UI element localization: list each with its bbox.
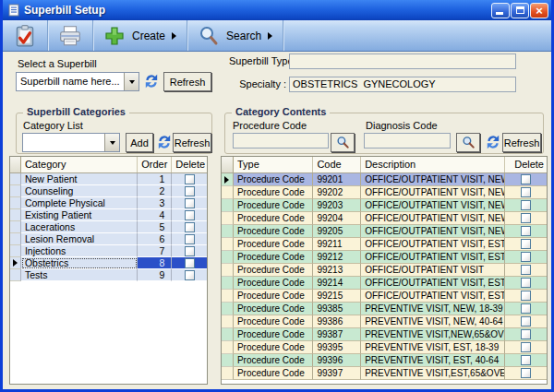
delete-cell[interactable] (172, 209, 207, 221)
delete-checkbox[interactable] (185, 210, 195, 220)
delete-checkbox[interactable] (521, 239, 531, 249)
delete-cell[interactable] (505, 199, 547, 212)
category-cell[interactable]: Tests (21, 269, 138, 281)
code-cell[interactable]: 99387 (313, 328, 361, 341)
titlebar[interactable]: Superbill Setup × (3, 0, 551, 20)
row-header-cell[interactable] (222, 328, 234, 341)
description-cell[interactable]: OFFICE/OUTPATIENT VISIT, NEW (361, 225, 505, 238)
content-row[interactable]: Procedure Code99203OFFICE/OUTPATIENT VIS… (222, 199, 547, 212)
code-cell[interactable]: 99396 (313, 354, 361, 367)
description-cell[interactable]: OFFICE/OUTPATIENT VISIT (361, 264, 505, 277)
order-cell[interactable]: 9 (138, 269, 173, 281)
delete-cell[interactable] (172, 233, 207, 245)
category-cell[interactable]: Injections (21, 245, 138, 257)
description-cell[interactable]: OFFICE/OUTPATIENT VISIT, NEW (361, 173, 505, 186)
content-row[interactable]: Procedure Code99212OFFICE/OUTPATIENT VIS… (222, 251, 547, 264)
add-category-button[interactable]: Add (126, 133, 153, 152)
order-column-header[interactable]: Order (138, 157, 173, 172)
category-row[interactable]: Counseling2 (10, 185, 207, 197)
row-header-cell[interactable] (222, 315, 234, 328)
delete-cell[interactable] (505, 186, 547, 199)
delete-checkbox[interactable] (521, 187, 531, 197)
type-cell[interactable]: Procedure Code (234, 341, 314, 354)
code-cell[interactable]: 99205 (313, 225, 361, 238)
description-cell[interactable]: OFFICE/OUTPATIENT VISIT, NEW (361, 186, 505, 199)
description-cell[interactable]: PREVENTIVE VISIT,EST,65&OVER (361, 367, 505, 380)
content-row[interactable]: Procedure Code99396PREVENTIVE VISIT, EST… (222, 354, 547, 367)
description-cell[interactable]: OFFICE/OUTPATIENT VISIT, NEW (361, 212, 505, 225)
type-cell[interactable]: Procedure Code (234, 277, 314, 290)
row-header-cell[interactable] (222, 290, 234, 303)
delete-cell[interactable] (505, 341, 547, 354)
description-cell[interactable]: PREVENTIVE VISIT, EST, 18-39 (361, 341, 505, 354)
category-row[interactable]: Tests9 (10, 269, 207, 281)
description-cell[interactable]: PREVENTIVE VISIT, NEW, 18-39 (361, 303, 505, 315)
type-cell[interactable]: Procedure Code (234, 186, 314, 199)
content-row[interactable]: Procedure Code99385PREVENTIVE VISIT, NEW… (222, 303, 547, 315)
description-cell[interactable]: OFFICE/OUTPATIENT VISIT, EST (361, 238, 505, 251)
type-cell[interactable]: Procedure Code (234, 367, 314, 380)
delete-checkbox[interactable] (185, 246, 195, 256)
minimize-button[interactable] (491, 3, 510, 18)
delete-checkbox[interactable] (185, 186, 195, 196)
row-header-cell[interactable] (10, 185, 21, 197)
delete-checkbox[interactable] (521, 303, 531, 314)
row-header-cell[interactable] (222, 341, 234, 354)
delete-cell[interactable] (172, 245, 207, 257)
superbill-combobox[interactable]: Superbill name here... (16, 72, 139, 91)
code-cell[interactable]: 99201 (313, 173, 361, 186)
content-row[interactable]: Procedure Code99215OFFICE/OUTPATIENT VIS… (222, 290, 547, 303)
category-column-header[interactable]: Category (21, 157, 138, 172)
row-header-cell[interactable] (222, 354, 234, 367)
diagnosis-code-search-button[interactable] (456, 133, 480, 152)
content-row[interactable]: Procedure Code99204OFFICE/OUTPATIENT VIS… (222, 212, 547, 225)
delete-cell[interactable] (172, 269, 207, 281)
row-header-cell[interactable] (222, 225, 234, 238)
order-cell[interactable]: 7 (138, 245, 173, 257)
contents-refresh-button[interactable]: Refresh (502, 133, 541, 152)
type-cell[interactable]: Procedure Code (234, 290, 314, 303)
code-cell[interactable]: 99211 (313, 238, 361, 251)
delete-checkbox[interactable] (185, 258, 195, 268)
print-button[interactable] (48, 20, 92, 51)
delete-checkbox[interactable] (521, 355, 531, 365)
delete-cell[interactable] (505, 367, 547, 380)
delete-cell[interactable] (505, 173, 547, 186)
delete-cell[interactable] (505, 354, 547, 367)
search-button[interactable]: Search (187, 20, 283, 51)
delete-checkbox[interactable] (521, 278, 531, 288)
content-row[interactable]: Procedure Code99213OFFICE/OUTPATIENT VIS… (222, 264, 547, 277)
delete-cell[interactable] (172, 173, 207, 185)
row-header-cell[interactable] (222, 277, 234, 290)
category-cell[interactable]: Complete Physical (21, 197, 138, 209)
type-cell[interactable]: Procedure Code (234, 315, 314, 328)
delete-cell[interactable] (172, 221, 207, 233)
category-cell[interactable]: New Patient (21, 173, 138, 185)
code-cell[interactable]: 99395 (313, 341, 361, 354)
delete-checkbox[interactable] (521, 316, 531, 327)
code-cell[interactable]: 99214 (313, 277, 361, 290)
category-row[interactable]: New Patient1 (10, 173, 207, 185)
delete-checkbox[interactable] (185, 198, 195, 208)
code-cell[interactable]: 99397 (313, 367, 361, 380)
type-cell[interactable]: Procedure Code (234, 199, 314, 212)
row-header-cell[interactable] (10, 209, 21, 221)
category-cell[interactable]: Counseling (21, 185, 138, 197)
category-row[interactable]: Complete Physical3 (10, 197, 207, 209)
delete-checkbox[interactable] (521, 291, 531, 301)
delete-checkbox[interactable] (521, 252, 531, 262)
delete-checkbox[interactable] (521, 174, 531, 184)
type-cell[interactable]: Procedure Code (234, 303, 314, 315)
type-cell[interactable]: Procedure Code (234, 264, 314, 277)
code-cell[interactable]: 99215 (313, 290, 361, 303)
content-row[interactable]: Procedure Code99386PREVENTIVE VISIT, NEW… (222, 315, 547, 328)
delete-cell[interactable] (505, 277, 547, 290)
delete-checkbox[interactable] (185, 234, 195, 244)
procedure-code-input[interactable] (233, 133, 329, 148)
delete-checkbox[interactable] (521, 342, 531, 352)
delete-cell[interactable] (505, 290, 547, 303)
delete-cell[interactable] (505, 315, 547, 328)
delete-checkbox[interactable] (521, 213, 531, 223)
row-header-cell[interactable] (10, 269, 21, 281)
row-header-cell[interactable] (10, 233, 21, 245)
